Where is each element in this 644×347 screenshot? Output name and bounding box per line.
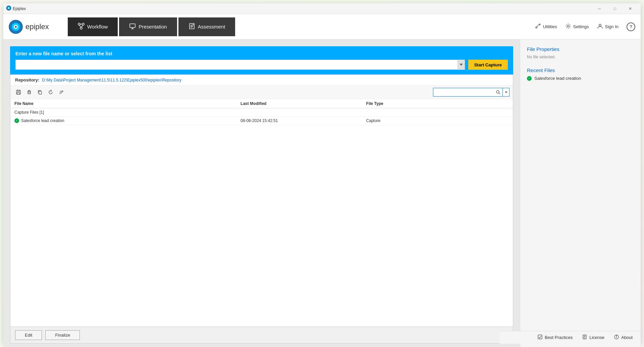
refresh-button[interactable]: [46, 88, 55, 97]
recent-files-title: Recent Files: [527, 67, 634, 73]
license-button[interactable]: License: [582, 334, 604, 341]
maximize-button[interactable]: □: [607, 3, 623, 14]
files-table: File Name Last Modified File Type Captur…: [10, 99, 513, 125]
right-panel: File Properties No file selected. Recent…: [520, 40, 641, 347]
capture-dropdown-button[interactable]: [458, 60, 465, 70]
tab-presentation-label: Presentation: [139, 24, 167, 30]
app-icon: [6, 5, 11, 12]
footer: Best Practices License: [500, 331, 641, 344]
file-name: Salesforce lead creation: [21, 118, 64, 123]
header: epiplex Workflow: [3, 14, 641, 40]
delete-file-button[interactable]: [24, 88, 34, 97]
presentation-icon: [129, 23, 136, 31]
copy-file-button[interactable]: [35, 88, 45, 97]
titlebar-title: Epiplex: [13, 6, 592, 11]
license-icon: [582, 334, 587, 341]
group-header-row: Capture Files [1]: [10, 108, 513, 117]
about-button[interactable]: About: [614, 334, 633, 341]
search-box: [433, 88, 509, 97]
repository-label: Repository:: [15, 77, 39, 82]
file-modified-cell: 08-08-2024 15:42:51: [236, 117, 362, 125]
sort-button[interactable]: [57, 88, 66, 97]
recent-file-status-icon: ✓: [527, 76, 532, 81]
file-properties-section: File Properties No file selected.: [527, 46, 634, 59]
logo-area: epiplex: [9, 20, 62, 34]
file-extra-cell: [463, 117, 513, 125]
svg-point-22: [567, 25, 569, 27]
col-modified: Last Modified: [236, 99, 362, 108]
signin-label: Sign In: [605, 24, 619, 29]
capture-bar: Enter a new file name or select from the…: [10, 46, 513, 74]
best-practices-label: Best Practices: [545, 335, 573, 340]
settings-button[interactable]: Settings: [565, 23, 589, 30]
close-button[interactable]: ✕: [623, 3, 638, 14]
minimize-button[interactable]: ─: [592, 3, 607, 14]
save-file-button[interactable]: [14, 88, 23, 97]
table-body: Capture Files [1] ✓ Salesforce lead crea…: [10, 108, 513, 125]
file-type-cell: Capture: [362, 117, 463, 125]
search-button[interactable]: [493, 88, 503, 97]
utilities-icon: [535, 23, 541, 30]
svg-rect-30: [39, 91, 42, 94]
file-table: File Name Last Modified File Type Captur…: [10, 99, 513, 327]
table-row[interactable]: ✓ Salesforce lead creation 08-08-2024 15…: [10, 117, 513, 125]
utilities-button[interactable]: Utilities: [535, 23, 557, 30]
capture-input-wrap: [15, 60, 465, 70]
svg-point-23: [599, 24, 601, 26]
main-area: Enter a new file name or select from the…: [3, 40, 641, 347]
svg-rect-36: [538, 335, 542, 339]
logo-icon: [9, 20, 23, 34]
content-panel: Enter a new file name or select from the…: [3, 40, 520, 347]
capture-input[interactable]: [15, 60, 465, 70]
signin-button[interactable]: Sign In: [597, 23, 619, 30]
settings-label: Settings: [573, 24, 589, 29]
finalize-button[interactable]: Finalize: [45, 330, 80, 340]
window-controls: ─ □ ✕: [592, 3, 638, 14]
bottom-bar: Edit Finalize: [10, 327, 513, 343]
recent-file-item[interactable]: ✓ Salesforce lead creation: [527, 76, 634, 81]
recent-files-section: Recent Files ✓ Salesforce lead creation: [527, 67, 634, 81]
search-input[interactable]: [433, 88, 493, 97]
header-right: Utilities Settings: [535, 22, 635, 31]
svg-line-11: [79, 25, 81, 27]
repository-path[interactable]: D:\My Data\Project Management\11.5\11.5.…: [42, 78, 181, 82]
logo-text: epiplex: [25, 22, 49, 31]
svg-line-12: [81, 25, 83, 27]
signin-icon: [597, 23, 603, 30]
nav-tabs: Workflow Presentation: [68, 17, 235, 36]
search-dropdown-button[interactable]: [503, 88, 509, 97]
settings-icon: [565, 23, 571, 30]
recent-file-name: Salesforce lead creation: [534, 76, 581, 81]
tab-assessment-label: Assessment: [198, 24, 225, 30]
svg-rect-26: [17, 93, 20, 94]
svg-point-9: [80, 27, 82, 29]
tab-workflow[interactable]: Workflow: [68, 17, 118, 36]
help-button[interactable]: ?: [627, 22, 635, 31]
tab-assessment[interactable]: Assessment: [178, 17, 235, 36]
file-properties-title: File Properties: [527, 46, 634, 52]
svg-point-43: [616, 336, 617, 336]
titlebar: Epiplex ─ □ ✕: [3, 3, 641, 14]
file-browser: Repository: D:\My Data\Project Managemen…: [10, 74, 513, 344]
repository-bar: Repository: D:\My Data\Project Managemen…: [10, 75, 513, 85]
capture-bar-row: Start Capture: [15, 60, 508, 70]
tab-presentation[interactable]: Presentation: [119, 17, 177, 36]
svg-line-35: [499, 93, 500, 94]
svg-rect-13: [130, 24, 135, 27]
file-toolbar: [10, 85, 513, 99]
best-practices-button[interactable]: Best Practices: [537, 334, 573, 341]
start-capture-button[interactable]: Start Capture: [468, 60, 508, 70]
workflow-icon: [78, 23, 85, 31]
assessment-icon: [189, 23, 195, 31]
about-icon: [614, 334, 619, 341]
utilities-label: Utilities: [543, 24, 557, 29]
about-label: About: [621, 335, 633, 340]
status-icon-ok: ✓: [14, 118, 19, 123]
svg-point-8: [82, 23, 84, 25]
file-properties-empty: No file selected.: [527, 55, 634, 59]
svg-rect-25: [17, 90, 19, 92]
svg-point-21: [536, 27, 537, 28]
edit-button[interactable]: Edit: [15, 330, 42, 340]
col-type: File Type: [362, 99, 463, 108]
tab-workflow-label: Workflow: [87, 24, 108, 30]
